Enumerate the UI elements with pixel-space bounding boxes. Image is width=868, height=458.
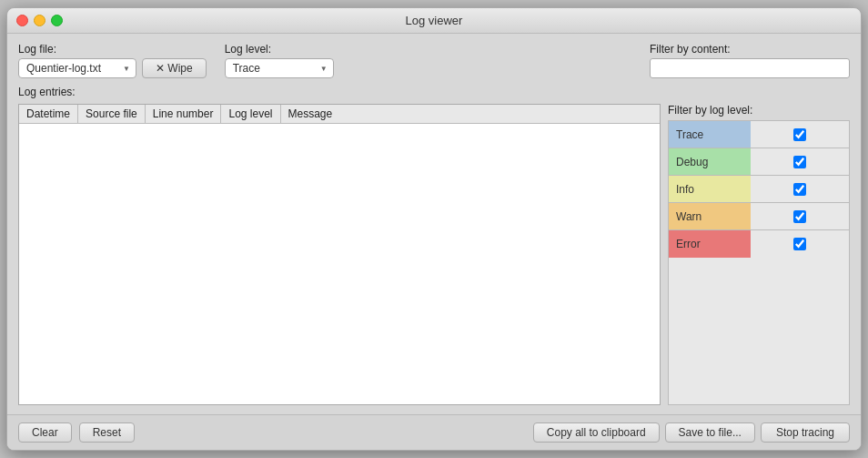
level-color-info: Info [669,176,751,202]
save-to-file-button[interactable]: Save to file... [665,422,755,443]
level-check-trace [751,128,849,141]
log-level-group: Log level: Trace Debug Info Warn Error [225,43,334,78]
log-file-select[interactable]: Quentier-log.txt [18,58,136,78]
bottom-bar: Clear Reset Copy all to clipboard Save t… [7,414,861,450]
log-entries-label: Log entries: [18,86,850,98]
level-color-trace: Trace [669,121,751,148]
filter-content-input[interactable] [650,58,850,78]
log-level-filter-list: Trace Debug Info [668,120,850,405]
log-level-label: Log level: [225,43,334,56]
clear-button[interactable]: Clear [18,422,72,443]
checkbox-info[interactable] [793,183,806,196]
log-table-header: Datetime Source file Line number Log lev… [19,105,660,124]
main-area: Datetime Source file Line number Log lev… [18,104,850,405]
log-file-label: Log file: [18,43,207,56]
level-row-info: Info [669,176,849,203]
bottom-bar-right: Copy all to clipboard Save to file... St… [533,422,850,443]
level-check-debug [751,156,849,168]
col-source-file: Source file [78,105,146,123]
checkbox-error[interactable] [793,238,806,250]
copy-clipboard-button[interactable]: Copy all to clipboard [533,422,660,443]
reset-button[interactable]: Reset [79,422,135,443]
level-row-error: Error [669,230,849,258]
log-level-select[interactable]: Trace Debug Info Warn Error [225,58,334,78]
level-row-debug: Debug [669,148,849,176]
level-color-debug: Debug [669,148,751,175]
col-message: Message [281,105,340,123]
col-line-number: Line number [146,105,222,123]
checkbox-debug[interactable] [793,156,806,168]
level-check-info [751,183,849,196]
window-controls [16,15,63,26]
level-check-error [751,238,849,250]
col-log-level: Log level [221,105,280,123]
level-row-trace: Trace [669,121,849,148]
close-button[interactable] [16,15,28,26]
filter-content-label: Filter by content: [650,43,850,56]
content-area: Log file: Quentier-log.txt ✕ Wipe Log le… [7,34,861,414]
filter-content-group: Filter by content: [650,43,850,78]
main-window: Log viewer Log file: Quentier-log.txt ✕ … [6,7,862,451]
log-file-group: Log file: Quentier-log.txt ✕ Wipe [18,43,207,78]
level-check-warn [751,210,849,223]
filter-log-level-label: Filter by log level: [668,104,850,117]
log-body[interactable] [19,124,660,404]
col-datetime: Datetime [19,105,78,123]
level-color-warn: Warn [669,203,751,229]
window-title: Log viewer [406,14,463,27]
maximize-button[interactable] [51,15,63,26]
minimize-button[interactable] [34,15,45,26]
title-bar: Log viewer [7,8,861,34]
log-level-select-wrapper: Trace Debug Info Warn Error [225,58,334,78]
log-file-row: Quentier-log.txt ✕ Wipe [18,58,207,78]
wipe-button[interactable]: ✕ Wipe [142,58,207,78]
top-toolbar: Log file: Quentier-log.txt ✕ Wipe Log le… [18,43,850,78]
level-color-error: Error [669,230,751,258]
checkbox-trace[interactable] [793,128,806,141]
level-row-warn: Warn [669,203,849,230]
checkbox-warn[interactable] [793,210,806,223]
log-table-container: Datetime Source file Line number Log lev… [18,104,661,405]
stop-tracing-button[interactable]: Stop tracing [761,422,850,443]
right-panel: Filter by log level: Trace Debug [668,104,850,405]
log-file-select-wrapper: Quentier-log.txt [18,58,136,78]
